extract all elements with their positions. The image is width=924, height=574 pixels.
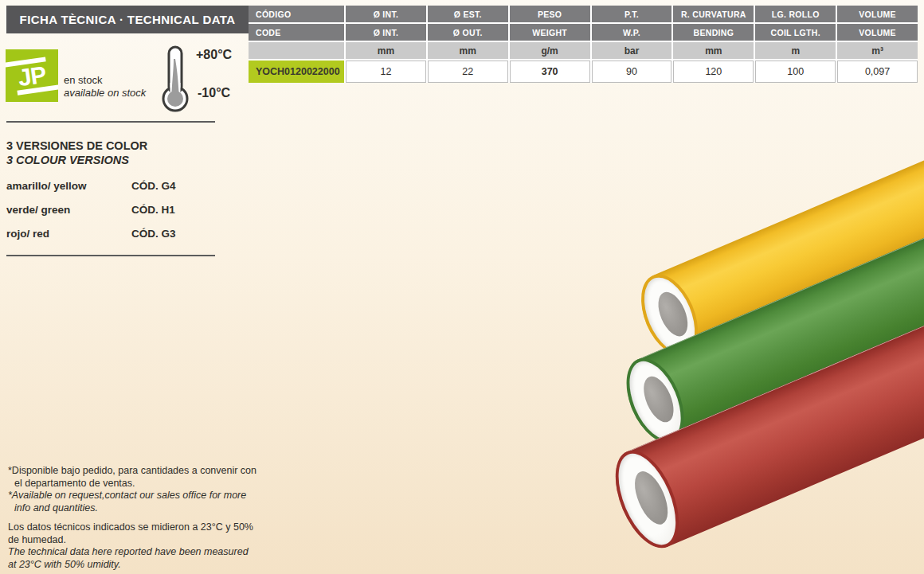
table-header-cell: Ø OUT.	[428, 24, 508, 41]
table-header-cell: BENDING	[673, 24, 754, 41]
thermometer-icon	[162, 45, 190, 119]
table-value-cell: 12	[346, 61, 426, 83]
color-versions-title: 3 VERSIONES DE COLOR 3 COLOUR VERSIONS	[6, 139, 147, 167]
table-header-cell: W.P.	[592, 24, 672, 41]
table-header-cell: CÓDIGO	[249, 6, 344, 22]
hose-body	[603, 282, 924, 557]
hose-cut-face	[603, 441, 692, 556]
table-header-cell: Ø INT.	[346, 6, 426, 22]
footnote-measured-es: Los datos técnicos indicados se midieron…	[8, 521, 258, 546]
table-header-cell: PESO	[510, 6, 590, 22]
hose-liner	[619, 353, 691, 447]
hose-red	[603, 282, 924, 557]
table-header-cell: P.T.	[592, 6, 672, 22]
hose-bore	[652, 287, 694, 341]
table-unit-cell	[249, 42, 344, 59]
page-title: FICHA TÈCNICA · TECHNICAL DATA	[6, 6, 249, 33]
table-unit-cell: mm	[428, 42, 508, 59]
color-code: CÓD. H1	[131, 204, 215, 216]
hose-cut-face	[615, 349, 695, 451]
table-header-cell: VOLUME	[837, 24, 918, 41]
color-name: verde/ green	[6, 204, 131, 216]
technical-data-table: CÓDIGO Ø INT. Ø EST. PESO P.T. R. CURVAT…	[249, 6, 918, 83]
hose-cut-face	[630, 266, 709, 365]
table-unit-cell: m³	[837, 42, 918, 59]
temperature-min: -10°C	[198, 86, 230, 100]
divider	[6, 255, 215, 256]
temperature-max: +80°C	[196, 48, 232, 62]
table-header-cell: CODE	[249, 24, 344, 41]
hose-yellow	[630, 111, 924, 364]
table-unit-cell: bar	[592, 42, 672, 59]
footnote-measured-en: The technical data here reported have be…	[8, 546, 258, 571]
table-unit-cell: m	[755, 42, 836, 59]
hose-bore	[628, 467, 674, 529]
jp-logo-icon: JP	[6, 49, 58, 102]
table-value-cell: 90	[592, 61, 672, 83]
color-name: amarillo/ yellow	[6, 180, 131, 192]
hose-body	[615, 195, 924, 451]
table-value-cell: 22	[428, 61, 508, 83]
table-value-cell: 370	[510, 61, 590, 83]
table-header-cell: Ø EST.	[428, 6, 508, 22]
hose-liner	[634, 270, 705, 360]
table-value-cell: 120	[673, 61, 754, 83]
footnote-spacer	[8, 514, 258, 521]
footnote-available-en: *Available on request,contact our sales …	[8, 490, 258, 514]
hose-bore	[638, 372, 680, 427]
datasheet-page: FICHA TÈCNICA · TECHNICAL DATA JP en sto…	[0, 0, 924, 574]
table-value-cell: 0,097	[837, 61, 918, 83]
table-header-cell: LG. ROLLO	[755, 6, 836, 22]
table-header-cell: R. CURVATURA	[673, 6, 754, 22]
hose-green	[615, 195, 924, 451]
color-versions-title-en: 3 COLOUR VERSIONS	[6, 153, 147, 167]
list-item: rojo/ red CÓD. G3	[6, 228, 215, 240]
table-header-cell: WEIGHT	[510, 24, 590, 41]
jp-logo-text: JP	[17, 62, 48, 90]
table-header-cell: COIL LGTH.	[755, 24, 836, 41]
table-unit-cell: mm	[346, 42, 426, 59]
list-item: amarillo/ yellow CÓD. G4	[6, 180, 215, 192]
product-code-cell: YOCH0120022000	[249, 61, 344, 83]
color-versions-list: amarillo/ yellow CÓD. G4 verde/ green CÓ…	[6, 180, 215, 252]
color-code: CÓD. G4	[131, 180, 215, 192]
hose-liner	[607, 446, 687, 553]
footnote-available-es: *Disponible bajo pedido, para cantidades…	[8, 465, 258, 490]
table-value-cell: 100	[755, 61, 836, 83]
table-header-cell: VOLUME	[837, 6, 918, 22]
footnotes: *Disponible bajo pedido, para cantidades…	[8, 465, 258, 571]
table-header-cell: Ø INT.	[346, 24, 426, 41]
hose-body	[630, 111, 924, 364]
list-item: verde/ green CÓD. H1	[6, 204, 215, 216]
stock-en: available on stock	[64, 87, 146, 100]
color-versions-title-es: 3 VERSIONES DE COLOR	[6, 139, 147, 153]
stock-es: en stock	[64, 74, 146, 87]
color-name: rojo/ red	[6, 228, 131, 240]
stock-availability: en stock available on stock	[64, 74, 146, 100]
table-unit-cell: g/m	[510, 42, 590, 59]
table-unit-cell: mm	[673, 42, 754, 59]
color-code: CÓD. G3	[131, 228, 215, 240]
jp-logo-inner: JP	[6, 49, 58, 102]
divider	[6, 121, 215, 123]
